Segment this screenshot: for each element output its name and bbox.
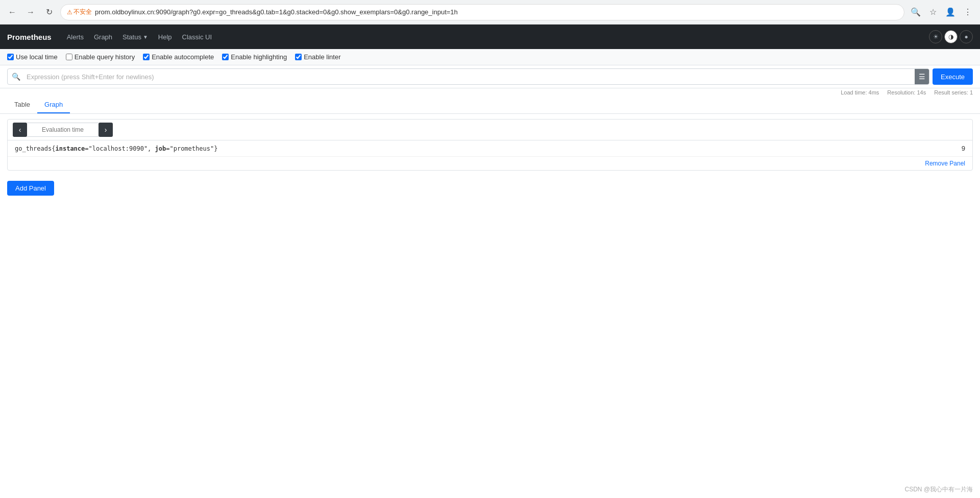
execute-button[interactable]: Execute [933, 68, 973, 85]
enable-autocomplete-checkbox[interactable] [143, 54, 150, 60]
back-button[interactable]: ← [5, 5, 19, 19]
navbar: Prometheus Alerts Graph Status ▼ Help Cl… [0, 25, 980, 49]
menu-icon-btn[interactable]: ⋮ [961, 5, 975, 19]
bookmark-icon-btn[interactable]: ☆ [926, 5, 940, 19]
address-url[interactable]: prom.oldboylinux.cn:9090/graph?g0.expr=g… [95, 8, 898, 16]
result-value: 9 [962, 145, 965, 152]
search-input-wrapper: 🔍 ☰ [7, 68, 929, 85]
stats-row: Load time: 4ms Resolution: 14s Result se… [0, 88, 980, 97]
browser-chrome: ← → ↻ ⚠ 不安全 prom.oldboylinux.cn:9090/gra… [0, 0, 980, 25]
eval-time-input[interactable] [27, 123, 99, 137]
theme-dark-btn[interactable]: ● [960, 30, 973, 43]
search-options-button[interactable]: ☰ [915, 69, 929, 84]
search-bar: 🔍 ☰ Execute [0, 65, 980, 88]
remove-panel-link[interactable]: Remove Panel [925, 160, 965, 167]
result-row: go_threads{instance="localhost:9090", jo… [8, 140, 972, 157]
eval-next-button[interactable]: › [99, 123, 113, 137]
security-warning: ⚠ 不安全 [67, 8, 92, 16]
search-icon-btn[interactable]: 🔍 [909, 5, 923, 19]
use-local-time-checkbox[interactable] [7, 54, 14, 60]
enable-linter-label[interactable]: Enable linter [295, 53, 340, 61]
chevron-down-icon: ▼ [143, 34, 148, 40]
enable-query-history-checkbox[interactable] [66, 54, 72, 60]
reload-button[interactable]: ↻ [42, 5, 56, 19]
nav-alerts[interactable]: Alerts [62, 26, 89, 48]
add-panel-button[interactable]: Add Panel [7, 181, 54, 196]
nav-classic-ui[interactable]: Classic UI [177, 26, 217, 48]
tabs-row: Table Graph [0, 97, 980, 114]
brand-label: Prometheus [7, 33, 52, 41]
enable-highlighting-label[interactable]: Enable highlighting [222, 53, 287, 61]
remove-panel-row: Remove Panel [8, 157, 972, 170]
resolution-stat: Resolution: 14s [887, 89, 926, 96]
nav-help[interactable]: Help [153, 26, 177, 48]
nav-status[interactable]: Status ▼ [117, 26, 153, 48]
theme-light-btn[interactable]: ☀ [929, 30, 942, 43]
load-time-stat: Load time: 4ms [841, 89, 879, 96]
enable-highlighting-checkbox[interactable] [222, 54, 229, 60]
tab-table[interactable]: Table [7, 97, 37, 113]
search-icon: 🔍 [8, 73, 24, 81]
nav-right: ☀ ◑ ● [929, 30, 973, 43]
browser-actions: 🔍 ☆ 👤 ⋮ [909, 5, 975, 19]
search-input[interactable] [24, 69, 915, 84]
address-bar: ⚠ 不安全 prom.oldboylinux.cn:9090/graph?g0.… [60, 4, 904, 20]
eval-prev-button[interactable]: ‹ [13, 123, 27, 137]
enable-autocomplete-label[interactable]: Enable autocomplete [143, 53, 214, 61]
forward-button[interactable]: → [23, 5, 38, 19]
profile-icon-btn[interactable]: 👤 [943, 5, 958, 19]
result-series-stat: Result series: 1 [934, 89, 973, 96]
enable-query-history-label[interactable]: Enable query history [66, 53, 135, 61]
nav-graph[interactable]: Graph [89, 26, 117, 48]
panel: ‹ › go_threads{instance="localhost:9090"… [7, 119, 973, 171]
theme-auto-btn[interactable]: ◑ [944, 30, 958, 43]
enable-linter-checkbox[interactable] [295, 54, 302, 60]
toolbar: Use local time Enable query history Enab… [0, 49, 980, 65]
use-local-time-label[interactable]: Use local time [7, 53, 58, 61]
tab-graph[interactable]: Graph [37, 97, 70, 113]
result-metric: go_threads{instance="localhost:9090", jo… [15, 145, 217, 152]
eval-time-row: ‹ › [8, 120, 972, 140]
